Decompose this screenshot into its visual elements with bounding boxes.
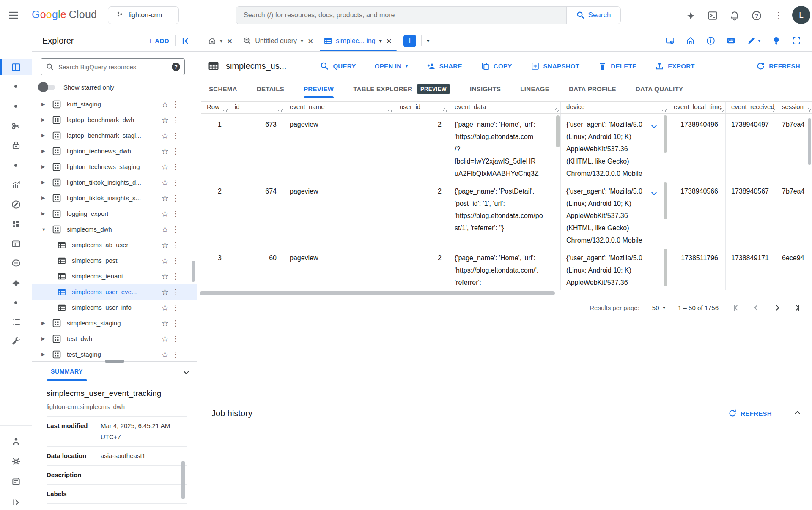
- tab-untitled-query[interactable]: Untitled query ▾ ×: [238, 30, 319, 51]
- tree-item-simplecms-ab-user[interactable]: simplecms_ab_user☆⋮: [32, 237, 197, 253]
- google-cloud-logo[interactable]: GoogleCloud: [32, 8, 97, 21]
- expand-record-icon[interactable]: [652, 186, 656, 198]
- expand-record-icon[interactable]: [652, 119, 656, 131]
- tree-item-laptop-benchmark-stagi-[interactable]: ▶laptop_benchmark_stagi...☆⋮: [32, 128, 197, 143]
- governance-icon[interactable]: [0, 433, 32, 449]
- star-icon[interactable]: ☆: [161, 209, 169, 219]
- lightbulb-icon[interactable]: [772, 36, 781, 45]
- rail-item-dot-icon[interactable]: [14, 164, 17, 167]
- query-button[interactable]: QUERY: [320, 62, 356, 71]
- migration-list-icon[interactable]: [0, 314, 32, 330]
- admin-wrench-icon[interactable]: [0, 333, 32, 349]
- scheduled-queries-icon[interactable]: [0, 137, 32, 153]
- star-icon[interactable]: ☆: [161, 240, 169, 250]
- rail-item-dot-icon[interactable]: [14, 105, 17, 108]
- tab-summary[interactable]: SUMMARY: [47, 362, 87, 381]
- cell-scrollbar[interactable]: [556, 115, 560, 147]
- prev-page-button[interactable]: [755, 306, 759, 310]
- tab-data-quality[interactable]: DATA QUALITY: [636, 80, 683, 98]
- tab-menu-caret-icon[interactable]: ▾: [379, 38, 382, 44]
- rail-item-dot-icon[interactable]: [14, 85, 17, 88]
- arrow-right-icon[interactable]: ▶: [41, 352, 47, 357]
- arrow-right-icon[interactable]: ▶: [41, 148, 47, 154]
- dataprep-diamond-icon[interactable]: [0, 275, 32, 291]
- close-tab-icon[interactable]: ×: [226, 36, 233, 46]
- star-icon[interactable]: ☆: [161, 334, 169, 344]
- new-tab-button[interactable]: +: [403, 35, 416, 47]
- tab-simplecms-table[interactable]: simplec... ing ▾ ×: [319, 30, 398, 51]
- tab-data-profile[interactable]: DATA PROFILE: [569, 80, 616, 98]
- item-menu-icon[interactable]: ⋮: [172, 350, 180, 359]
- arrow-right-icon[interactable]: ▶: [41, 211, 47, 216]
- item-menu-icon[interactable]: ⋮: [172, 178, 180, 187]
- arrow-down-icon[interactable]: ▼: [41, 227, 47, 232]
- tree-item-simplecms-staging[interactable]: ▶simplecms_staging☆⋮: [32, 315, 197, 331]
- arrow-right-icon[interactable]: ▶: [41, 117, 47, 123]
- item-menu-icon[interactable]: ⋮: [172, 194, 180, 203]
- star-icon[interactable]: ☆: [161, 271, 169, 281]
- close-tab-icon[interactable]: ×: [386, 36, 392, 46]
- item-menu-icon[interactable]: ⋮: [172, 131, 180, 140]
- collapse-summary-icon[interactable]: [184, 368, 188, 375]
- column-header-event-name[interactable]: event_name: [284, 102, 394, 113]
- fullscreen-icon[interactable]: [792, 36, 801, 45]
- cloud-shell-icon[interactable]: [707, 10, 718, 21]
- collapse-panel-icon[interactable]: [181, 37, 190, 45]
- compass-icon[interactable]: [0, 196, 32, 213]
- explorer-scrollbar[interactable]: [192, 261, 195, 282]
- star-icon[interactable]: ☆: [161, 115, 169, 125]
- main-menu-icon[interactable]: [8, 9, 20, 21]
- tab-schema[interactable]: SCHEMA: [209, 80, 237, 98]
- snapshot-button[interactable]: SNAPSHOT: [531, 62, 580, 71]
- cell-scrollbar[interactable]: [664, 115, 667, 153]
- star-icon[interactable]: ☆: [161, 131, 169, 141]
- more-options-icon[interactable]: ⋮: [773, 10, 784, 21]
- search-button[interactable]: Search: [566, 7, 620, 24]
- item-menu-icon[interactable]: ⋮: [172, 115, 180, 125]
- tree-item-lighton-tiktok-insights-d-[interactable]: ▶lighton_tiktok_insights_d...☆⋮: [32, 175, 197, 190]
- star-icon[interactable]: ☆: [161, 303, 169, 313]
- arrow-right-icon[interactable]: ▶: [41, 164, 47, 169]
- arrow-right-icon[interactable]: ▶: [41, 195, 47, 201]
- tab-menu-caret-icon[interactable]: ▾: [220, 38, 222, 44]
- item-menu-icon[interactable]: ⋮: [172, 162, 180, 172]
- account-avatar[interactable]: L: [792, 6, 810, 24]
- column-resize-handle[interactable]: [555, 108, 560, 112]
- tab-overflow-caret-icon[interactable]: ▾: [427, 38, 430, 44]
- tree-item-lighton-tiktok-insights-s-[interactable]: ▶lighton_tiktok_insights_s...☆⋮: [32, 190, 197, 206]
- export-button[interactable]: EXPORT: [655, 62, 694, 71]
- star-icon[interactable]: ☆: [161, 318, 169, 328]
- notifications-bell-icon[interactable]: [729, 10, 740, 21]
- column-header-user-id[interactable]: user_id: [394, 102, 449, 113]
- rail-item-dot-icon[interactable]: [14, 301, 17, 304]
- column-header-device[interactable]: device: [561, 102, 668, 113]
- item-menu-icon[interactable]: ⋮: [172, 272, 180, 281]
- data-canvas-icon[interactable]: [0, 255, 32, 271]
- arrow-right-icon[interactable]: ▶: [41, 101, 47, 107]
- column-resize-handle[interactable]: [720, 108, 724, 112]
- release-notes-icon[interactable]: [0, 474, 32, 490]
- search-help-icon[interactable]: ?: [172, 63, 180, 71]
- item-menu-icon[interactable]: ⋮: [172, 334, 180, 344]
- column-header-row[interactable]: Row: [201, 102, 229, 113]
- home-icon[interactable]: [686, 36, 695, 45]
- tree-item-lighton-technews-staging[interactable]: ▶lighton_technews_staging☆⋮: [32, 159, 197, 175]
- item-menu-icon[interactable]: ⋮: [172, 303, 180, 312]
- last-page-button[interactable]: [795, 305, 800, 311]
- star-icon[interactable]: ☆: [161, 287, 169, 297]
- star-icon[interactable]: ☆: [161, 193, 169, 203]
- tab-details[interactable]: DETAILS: [257, 80, 284, 98]
- tree-item-lighton-technews-dwh[interactable]: ▶lighton_technews_dwh☆⋮: [32, 143, 197, 159]
- tree-item-test-dwh[interactable]: ▶test_dwh☆⋮: [32, 331, 197, 346]
- column-resize-handle[interactable]: [662, 108, 667, 112]
- tree-item-kutt-staging[interactable]: ▶kutt_staging☆⋮: [32, 96, 197, 112]
- delete-button[interactable]: DELETE: [598, 62, 636, 71]
- grid-horizontal-scrollbar[interactable]: [200, 291, 555, 295]
- item-menu-icon[interactable]: ⋮: [172, 225, 180, 234]
- close-tab-icon[interactable]: ×: [307, 36, 314, 46]
- star-icon[interactable]: ☆: [161, 146, 169, 156]
- tree-item-simplecms-user-info[interactable]: simplecms_user_info☆⋮: [32, 300, 197, 315]
- help-icon[interactable]: ?: [751, 10, 762, 21]
- column-resize-handle[interactable]: [771, 108, 775, 112]
- summary-scrollbar[interactable]: [181, 461, 185, 499]
